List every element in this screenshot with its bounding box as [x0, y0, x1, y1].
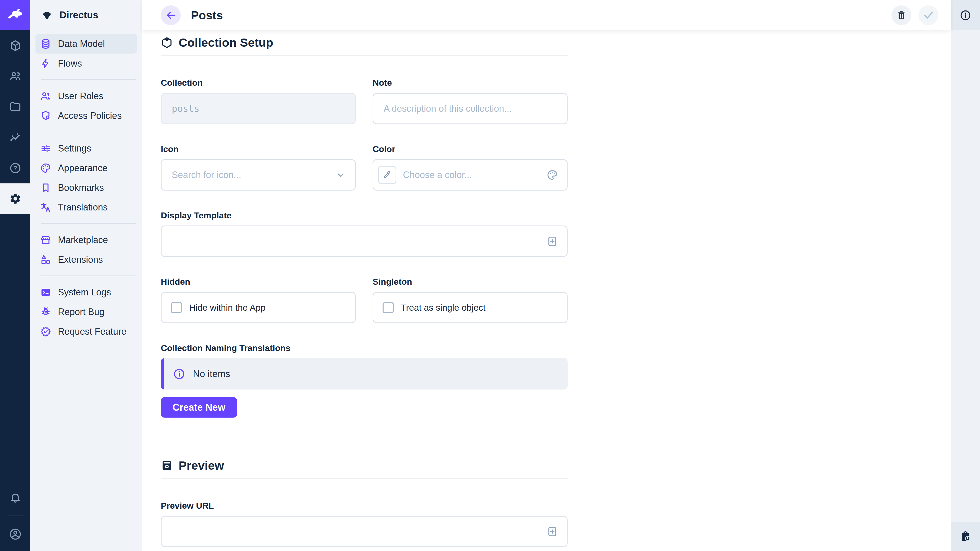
field-display-template: Display Template: [161, 210, 568, 257]
module-insights[interactable]: [0, 122, 30, 153]
module-content[interactable]: [0, 30, 30, 61]
gear-icon: [9, 192, 21, 205]
database-icon: [40, 38, 51, 49]
sidebar-item-system-logs[interactable]: System Logs: [35, 283, 137, 302]
tune-icon: [40, 143, 51, 154]
field-label: Note: [372, 78, 568, 88]
sidebar-item-label: Marketplace: [58, 235, 108, 245]
header-actions: [891, 5, 939, 25]
shield-person-icon: [40, 110, 51, 121]
collection-settings-form: Collection Setup Collection Note Icon Se…: [142, 30, 951, 551]
delete-button[interactable]: [891, 5, 912, 25]
empty-items-text: No items: [193, 368, 230, 380]
notifications-button[interactable]: [0, 483, 30, 513]
module-settings[interactable]: [0, 183, 30, 214]
checkbox-label: Hide within the App: [189, 303, 266, 313]
project-header[interactable]: Directus: [30, 0, 142, 30]
section-divider: [161, 478, 568, 479]
sidebar-item-label: Flows: [58, 58, 82, 69]
note-input[interactable]: [372, 93, 568, 124]
sidebar-item-label: Bookmarks: [58, 183, 104, 193]
help-icon: ?: [9, 162, 21, 174]
preview-icon: [161, 459, 173, 472]
sidebar-item-user-roles[interactable]: User Roles: [35, 86, 137, 106]
sidebar-item-flows[interactable]: Flows: [35, 54, 137, 73]
trash-icon: [896, 10, 907, 21]
project-logo-icon: [41, 10, 53, 21]
sidebar-item-label: System Logs: [58, 287, 111, 298]
section-divider: [161, 55, 568, 56]
module-file-library[interactable]: [0, 92, 30, 122]
sidebar-item-marketplace[interactable]: Marketplace: [35, 230, 137, 250]
sidebar-item-request-feature[interactable]: Request Feature: [35, 322, 137, 341]
singleton-checkbox[interactable]: Treat as single object: [372, 292, 568, 323]
checkbox-blank-icon: [171, 302, 182, 313]
rabbit-icon: [6, 6, 24, 24]
sidebar-item-label: Report Bug: [58, 306, 104, 318]
save-button[interactable]: [918, 5, 939, 25]
sidebar-item-extensions[interactable]: Extensions: [35, 250, 137, 269]
field-label: Preview URL: [161, 501, 568, 511]
sidebar-item-label: Access Policies: [58, 110, 122, 121]
feature-badge-icon: [40, 326, 51, 337]
module-bar-bottom: [0, 483, 30, 551]
section-collection-setup: Collection Setup: [161, 35, 568, 49]
collection-input[interactable]: [161, 93, 356, 124]
users-icon: [9, 70, 21, 83]
icon-select-placeholder: Search for icon...: [172, 170, 241, 180]
color-input[interactable]: Choose a color...: [372, 159, 568, 191]
sidebar-divider: [41, 79, 136, 80]
sidebar-divider: [41, 275, 136, 276]
sidebar-item-appearance[interactable]: Appearance: [35, 158, 137, 178]
bell-icon: [9, 492, 21, 504]
sidebar-item-settings[interactable]: Settings: [35, 138, 137, 158]
section-title: Preview: [179, 458, 224, 472]
palette-icon: [546, 169, 558, 181]
sidebar-item-translations[interactable]: Translations: [35, 197, 137, 217]
clipboard-clock-icon: [959, 530, 971, 542]
main-area: Posts Collection Setup: [142, 0, 951, 551]
sidebar-item-access-policies[interactable]: Access Policies: [35, 106, 137, 125]
hidden-checkbox[interactable]: Hide within the App: [161, 292, 356, 323]
directus-logo[interactable]: [0, 0, 30, 30]
back-button[interactable]: [161, 5, 181, 25]
color-swatch[interactable]: [378, 166, 396, 184]
field-color: Color Choose a color...: [372, 144, 568, 191]
sidebar-item-label: Request Feature: [58, 326, 126, 337]
sidebar-item-label: User Roles: [58, 91, 103, 102]
field-label: Color: [372, 144, 568, 154]
preview-url-input[interactable]: [161, 516, 568, 547]
account-icon: [9, 527, 22, 541]
field-preview-url: Preview URL: [161, 501, 568, 547]
info-sidebar-button[interactable]: [951, 0, 980, 30]
field-collection: Collection: [161, 78, 356, 124]
field-label: Icon: [161, 144, 356, 154]
account-button[interactable]: [0, 519, 30, 549]
bug-icon: [40, 306, 51, 318]
module-user-directory[interactable]: [0, 61, 30, 92]
sidebar-item-bookmarks[interactable]: Bookmarks: [35, 178, 137, 197]
icon-select[interactable]: Search for icon...: [161, 159, 356, 191]
sidebar-item-label: Settings: [58, 143, 91, 154]
bolt-icon: [40, 58, 51, 69]
create-new-button[interactable]: Create New: [161, 397, 237, 418]
display-template-input[interactable]: [161, 225, 568, 257]
sidebar-item-label: Appearance: [58, 163, 107, 173]
folder-icon: [9, 101, 21, 113]
people-icon: [40, 91, 51, 102]
field-label: Display Template: [161, 210, 568, 221]
module-docs[interactable]: ?: [0, 153, 30, 183]
sidebar-item-report-bug[interactable]: Report Bug: [35, 302, 137, 322]
revisions-sidebar-button[interactable]: [951, 522, 980, 551]
chevron-down-icon: [335, 169, 346, 181]
page-header: Posts: [142, 0, 951, 30]
page-title: Posts: [191, 8, 223, 22]
sidebar-item-data-model[interactable]: Data Model: [35, 34, 137, 54]
info-icon: [173, 368, 185, 380]
field-naming-translations: Collection Naming Translations No items …: [161, 343, 568, 418]
section-preview: Preview: [161, 458, 568, 472]
field-label: Singleton: [372, 277, 568, 287]
add-box-icon: [546, 526, 558, 537]
field-singleton: Singleton Treat as single object: [372, 277, 568, 323]
field-label: Collection: [161, 78, 356, 88]
